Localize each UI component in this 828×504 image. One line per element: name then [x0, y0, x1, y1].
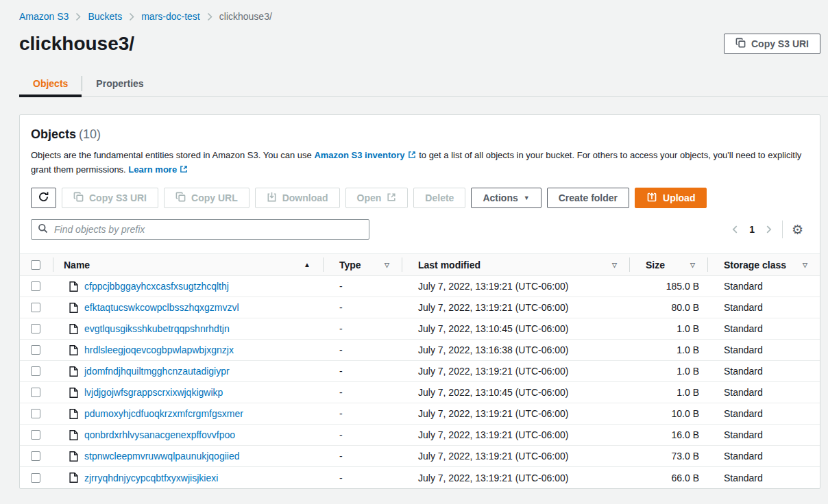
- row-checkbox-cell: [20, 303, 53, 312]
- row-checkbox[interactable]: [31, 409, 40, 418]
- object-name-link[interactable]: efktaqtucswkcowpclbsszhqxgzmvzvl: [84, 302, 239, 313]
- sort-ascending-icon: ▲: [304, 261, 310, 268]
- object-name-link[interactable]: pdumoxyhjcdfuoqkrzxmfcrgmfgsxmer: [84, 408, 243, 419]
- objects-count: (10): [79, 127, 101, 141]
- object-last-modified-cell: July 7, 2022, 13:19:21 (UTC-06:00): [402, 473, 629, 483]
- object-storage-class-cell: Standard: [707, 344, 820, 355]
- download-icon: [267, 192, 277, 204]
- objects-panel-title: Objects (10): [31, 127, 809, 142]
- object-storage-class-cell: Standard: [707, 323, 820, 334]
- row-checkbox[interactable]: [31, 430, 40, 440]
- tab-objects[interactable]: Objects: [19, 71, 82, 96]
- object-size-cell: 1.0 B: [629, 387, 707, 398]
- column-header-type[interactable]: Type ▽: [323, 254, 402, 275]
- file-icon: [69, 303, 78, 313]
- object-name-link[interactable]: cfppcjbbggayhcxcasfxsugtzhcqlthj: [84, 281, 229, 292]
- copy-url-label: Copy URL: [191, 192, 238, 203]
- row-checkbox-cell: [20, 366, 53, 376]
- object-storage-class-cell: Standard: [707, 387, 820, 398]
- row-checkbox[interactable]: [31, 451, 40, 461]
- refresh-button[interactable]: [31, 188, 56, 208]
- column-header-name[interactable]: Name ▲: [53, 254, 323, 275]
- breadcrumb-buckets[interactable]: Buckets: [88, 11, 122, 22]
- create-folder-button[interactable]: Create folder: [547, 188, 629, 208]
- object-name-link[interactable]: jdomfndjhquiltmgghcnzautadigiypr: [84, 366, 230, 377]
- column-header-storage-class[interactable]: Storage class ▽: [707, 254, 820, 275]
- object-name-cell: zjrryqhdnjycypcqbtfxyxwjisjkiexi: [53, 473, 323, 483]
- next-page-icon[interactable]: [764, 225, 773, 234]
- object-type-cell: -: [323, 451, 402, 462]
- object-last-modified-cell: July 7, 2022, 13:19:21 (UTC-06:00): [402, 281, 629, 292]
- open-label: Open: [357, 192, 382, 203]
- external-link-icon: [387, 192, 396, 204]
- object-name-link[interactable]: evgtlqusgiksshkubetrqqpshnrhdtjn: [84, 323, 230, 334]
- row-checkbox[interactable]: [31, 388, 40, 397]
- object-size-cell: 185.0 B: [629, 281, 707, 292]
- file-icon: [69, 473, 78, 483]
- amazon-s3-inventory-link[interactable]: Amazon S3 inventory: [314, 150, 416, 160]
- object-size-cell: 1.0 B: [629, 366, 707, 377]
- objects-panel: Objects (10) Objects are the fundamental…: [19, 114, 820, 489]
- column-header-last-modified[interactable]: Last modified ▽: [402, 254, 629, 275]
- object-name-link[interactable]: stpnwcleepmvruwwqlpaunukjqogiied: [84, 451, 239, 462]
- object-last-modified-cell: July 7, 2022, 13:19:21 (UTC-06:00): [402, 302, 629, 313]
- row-checkbox[interactable]: [31, 473, 40, 483]
- row-checkbox[interactable]: [31, 345, 40, 355]
- object-type-cell: -: [323, 281, 402, 292]
- type-column-label: Type: [339, 260, 361, 270]
- object-name-cell: efktaqtucswkcowpclbsszhqxgzmvzvl: [53, 302, 323, 313]
- file-icon: [69, 388, 78, 398]
- object-size-cell: 1.0 B: [629, 323, 707, 334]
- download-button[interactable]: Download: [255, 188, 340, 208]
- row-checkbox-cell: [20, 345, 53, 355]
- object-size-cell: 16.0 B: [629, 429, 707, 440]
- object-name-link[interactable]: zjrryqhdnjycypcqbtfxyxwjisjkiexi: [84, 473, 218, 483]
- file-icon: [69, 281, 78, 292]
- copy-url-button[interactable]: Copy URL: [164, 188, 249, 208]
- row-checkbox[interactable]: [31, 366, 40, 376]
- object-storage-class-cell: Standard: [707, 302, 820, 313]
- row-checkbox[interactable]: [31, 281, 40, 291]
- row-checkbox[interactable]: [31, 303, 40, 312]
- breadcrumb-separator-icon: [75, 12, 81, 21]
- previous-page-icon[interactable]: [731, 225, 740, 234]
- open-button[interactable]: Open: [345, 188, 409, 208]
- copy-s3-uri-button[interactable]: Copy S3 URI: [62, 188, 158, 208]
- objects-description: Objects are the fundamental entities sto…: [31, 148, 809, 177]
- breadcrumb-amazon-s3[interactable]: Amazon S3: [19, 11, 69, 22]
- current-page-number[interactable]: 1: [749, 224, 755, 235]
- select-all-checkbox[interactable]: [31, 260, 40, 270]
- object-name-link[interactable]: qonbrdxrhlvysanacgenexpffovvfpoo: [84, 429, 235, 440]
- delete-button[interactable]: Delete: [413, 188, 465, 208]
- object-name-cell: pdumoxyhjcdfuoqkrzxmfcrgmfgsxmer: [53, 408, 323, 419]
- learn-more-link[interactable]: Learn more: [128, 164, 188, 175]
- breadcrumb-bucket-name[interactable]: mars-doc-test: [141, 11, 200, 22]
- column-header-size[interactable]: Size ▽: [629, 254, 707, 275]
- external-link-icon: [408, 151, 416, 159]
- download-label: Download: [282, 192, 328, 203]
- sortable-icon: ▽: [803, 262, 807, 268]
- tab-properties[interactable]: Properties: [82, 71, 157, 96]
- settings-gear-icon[interactable]: ⚙: [792, 223, 803, 236]
- object-type-cell: -: [323, 473, 402, 483]
- object-name-cell: evgtlqusgiksshkubetrqqpshnrhdtjn: [53, 323, 323, 334]
- objects-toolbar: Copy S3 URI Copy URL: [31, 188, 809, 208]
- object-name-link[interactable]: hrdlsleegjoqevcogbpwlapwbjxgnzjx: [84, 344, 234, 355]
- copy-s3-uri-header-button[interactable]: Copy S3 URI: [724, 34, 820, 54]
- object-type-cell: -: [323, 366, 402, 377]
- object-name-cell: cfppcjbbggayhcxcasfxsugtzhcqlthj: [53, 281, 323, 292]
- search-input[interactable]: [53, 223, 363, 236]
- upload-button[interactable]: Upload: [635, 188, 707, 208]
- description-text-1: Objects are the fundamental entities sto…: [31, 150, 314, 160]
- object-size-cell: 73.0 B: [629, 451, 707, 462]
- object-name-link[interactable]: lvjdjgojwfsgrappscrxixwjqkigwikp: [84, 387, 223, 398]
- search-box[interactable]: [31, 219, 369, 240]
- table-row: pdumoxyhjcdfuoqkrzxmfcrgmfgsxmer - July …: [20, 403, 820, 425]
- row-checkbox-cell: [20, 388, 53, 397]
- delete-label: Delete: [425, 192, 454, 203]
- copy-icon: [735, 38, 746, 50]
- actions-button[interactable]: Actions ▼: [471, 188, 541, 208]
- object-last-modified-cell: July 7, 2022, 13:19:21 (UTC-06:00): [402, 429, 629, 440]
- object-last-modified-cell: July 7, 2022, 13:16:38 (UTC-06:00): [402, 344, 629, 355]
- row-checkbox[interactable]: [31, 324, 40, 333]
